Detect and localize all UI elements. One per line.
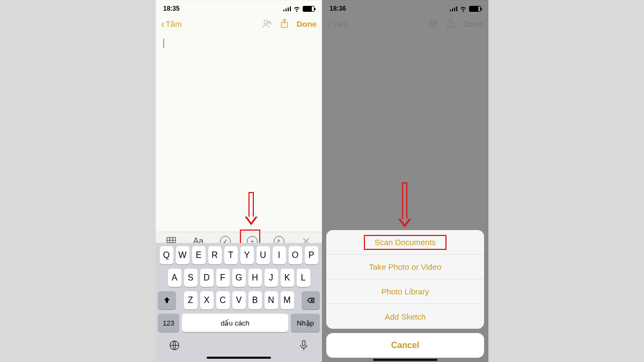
return-key[interactable]: Nhập [291,314,320,332]
collaborate-icon [428,18,438,29]
keyboard-row-1: Q W E R T Y U I O P [158,246,320,264]
key-k[interactable]: K [281,269,294,287]
key-q[interactable]: Q [160,246,173,264]
svg-point-6 [430,20,434,24]
option-label: Photo Library [381,287,429,296]
key-o[interactable]: O [289,246,302,264]
key-r[interactable]: R [208,246,222,264]
battery-icon [469,6,481,12]
shift-key[interactable] [158,291,176,309]
option-label: Take Photo or Video [369,262,442,271]
keyboard-row-5 [158,336,320,354]
key-d[interactable]: D [200,269,214,287]
key-u[interactable]: U [257,246,270,264]
key-n[interactable]: N [265,291,278,309]
tutorial-two-phone-screenshot: 18:35 ‹ Tâm [0,0,644,362]
keyboard: Q W E R T Y U I O P A S D F G H J K L [156,243,322,362]
phone-right: 18:36 ‹ Tâm [322,0,488,362]
wifi-icon [459,6,467,11]
key-e[interactable]: E [192,246,206,264]
action-sheet-option-scan-documents[interactable]: Scan Documents [326,230,484,255]
text-cursor [163,39,164,48]
globe-icon[interactable] [167,336,181,354]
collaborate-icon[interactable] [261,18,272,29]
status-time: 18:36 [330,5,346,12]
cellular-icon [283,6,291,11]
key-l[interactable]: L [297,269,310,287]
mic-icon[interactable] [297,336,310,354]
key-s[interactable]: S [184,269,197,287]
done-button[interactable]: Done [297,19,317,28]
status-icons [450,6,481,12]
status-time: 18:35 [163,5,180,12]
keyboard-row-2: A S D F G H J K L [158,269,320,287]
key-v[interactable]: V [232,291,246,309]
note-editor[interactable] [156,33,322,232]
back-label: Tâm [166,19,182,28]
key-j[interactable]: J [265,269,278,287]
nav-bar: ‹ Tâm Done [156,14,322,33]
nav-bar: ‹ Tâm Done [322,14,488,33]
numbers-key[interactable]: 123 [158,314,179,332]
back-button: ‹ Tâm [327,19,348,28]
wifi-icon [293,6,301,11]
note-editor-dimmed [322,33,488,237]
key-c[interactable]: C [216,291,230,309]
svg-rect-5 [302,341,305,346]
key-g[interactable]: G [232,269,246,287]
status-icons [283,6,315,12]
key-y[interactable]: Y [240,246,254,264]
back-label: Tâm [332,19,348,28]
svg-point-0 [264,20,268,24]
key-x[interactable]: X [200,291,214,309]
option-label: Scan Documents [375,238,436,247]
status-bar: 18:35 [156,0,322,14]
key-p[interactable]: P [305,246,318,264]
home-indicator [207,357,271,359]
key-b[interactable]: B [248,291,262,309]
key-z[interactable]: Z [184,291,197,309]
keyboard-row-3: Z X C V B N M [158,291,320,309]
action-sheet: Scan Documents Take Photo or Video Photo… [326,230,484,358]
key-i[interactable]: I [273,246,286,264]
option-label: Add Sketch [385,312,426,321]
key-t[interactable]: T [224,246,238,264]
key-h[interactable]: H [248,269,262,287]
done-button: Done [463,19,484,28]
action-sheet-option-take-photo[interactable]: Take Photo or Video [326,255,484,279]
action-sheet-option-photo-library[interactable]: Photo Library [326,279,484,304]
space-key[interactable]: dấu cách [182,314,288,332]
action-sheet-option-add-sketch[interactable]: Add Sketch [326,304,484,329]
battery-icon [303,6,314,12]
share-icon [446,18,456,29]
home-indicator [373,359,437,361]
key-w[interactable]: W [176,246,189,264]
status-bar: 18:36 [322,0,488,14]
action-sheet-cancel[interactable]: Cancel [326,333,484,358]
key-a[interactable]: A [168,269,181,287]
cancel-label: Cancel [391,341,419,350]
share-icon[interactable] [280,18,289,29]
key-f[interactable]: F [216,269,230,287]
back-button[interactable]: ‹ Tâm [161,19,182,28]
key-m[interactable]: M [281,291,294,309]
phone-left: 18:35 ‹ Tâm [156,0,322,362]
cellular-icon [450,6,458,11]
keyboard-row-4: 123 dấu cách Nhập [158,314,320,332]
backspace-key[interactable] [302,291,320,309]
